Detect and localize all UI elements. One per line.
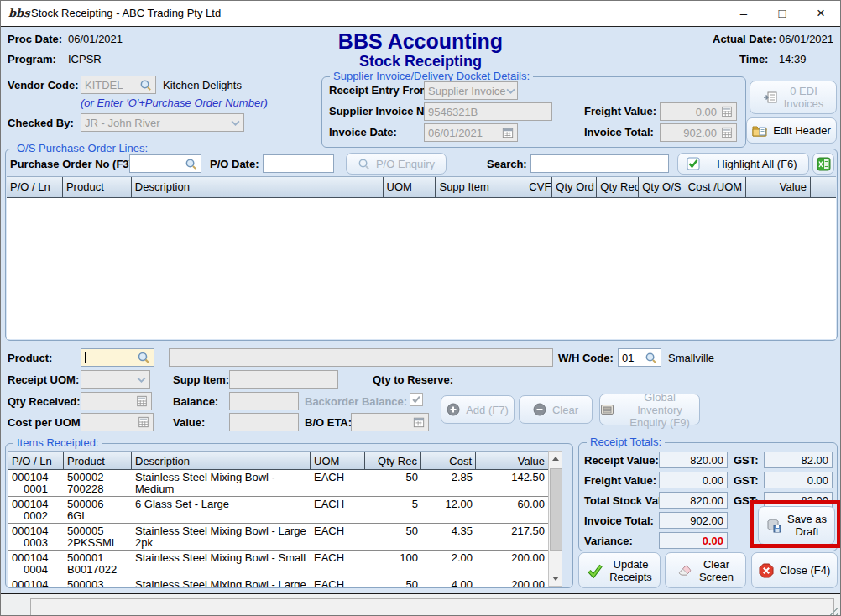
table-row[interactable]: 0001040004 500001B0017022 Stainless Stee… (8, 551, 548, 577)
cell-po: 000104 (12, 578, 48, 587)
calendar-icon[interactable] (502, 127, 514, 138)
close-window-button[interactable]: × (802, 1, 840, 25)
po-col-cost-uom[interactable]: Cost /UOM (682, 177, 746, 197)
receipt-value-label: Receipt Value: (584, 454, 659, 467)
po-col-value[interactable]: Value (746, 177, 811, 197)
items-scrollbar[interactable] (548, 451, 562, 587)
items-col-desc[interactable]: Description (132, 452, 311, 469)
bo-eta-input[interactable] (351, 413, 429, 431)
save-as-draft-button[interactable]: Save as Draft (758, 506, 835, 545)
freight-value-label: Freight Value: (584, 105, 656, 117)
add-icon (447, 403, 460, 416)
cell-uom: EACH (311, 524, 365, 550)
items-col-value[interactable]: Value (476, 452, 548, 469)
app-icon: bbs (8, 5, 25, 22)
invoice-total-input[interactable]: 902.00 (660, 123, 737, 142)
items-col-qty-rec[interactable]: Qty Rec (365, 452, 421, 469)
global-inventory-label-line2: Enquiry (F9) (629, 416, 690, 429)
invoice-date-value: 06/01/2021 (428, 127, 483, 139)
add-button[interactable]: Add (F7) (441, 395, 515, 424)
close-button[interactable]: Close (F4) (751, 552, 838, 588)
calculator-icon[interactable] (136, 395, 148, 407)
cell-product: 500002 (67, 471, 103, 483)
search-icon[interactable] (137, 351, 150, 364)
value-input[interactable] (229, 413, 299, 431)
items-table-body: 0001040001 500002700228 Stainless Steel … (8, 470, 548, 587)
supp-item-input[interactable] (229, 370, 338, 389)
table-row[interactable]: 0001040001 500002700228 Stainless Steel … (8, 470, 548, 497)
title-bar: bbs Stock Receipting - ABC Trading Pty L… (1, 1, 840, 27)
update-receipts-button[interactable]: Update Receipts (578, 552, 661, 588)
po-col-product[interactable]: Product (63, 177, 132, 197)
items-col-po-ln[interactable]: P/O / Ln (8, 452, 64, 469)
edit-header-button[interactable]: Edit Header (746, 117, 837, 144)
invoice-date-input[interactable]: 06/01/2021 (424, 123, 518, 142)
search-input[interactable] (530, 154, 669, 173)
freight-total-label: Freight Value: (584, 474, 656, 487)
balance-input[interactable] (229, 392, 299, 410)
cell-description: Stainless Steel Mixing Bowl - Medium (132, 470, 311, 496)
cell-po: 000104 (12, 525, 48, 537)
calculator-icon[interactable] (721, 106, 733, 117)
freight-value-input[interactable]: 0.00 (660, 102, 737, 121)
po-number-input[interactable] (129, 154, 201, 173)
proc-date-label: Proc Date: (8, 33, 62, 45)
receipt-entry-from-select[interactable]: Supplier Invoice (424, 81, 518, 100)
cell-value: 200.00 (476, 577, 548, 587)
cost-per-uom-input[interactable] (81, 413, 154, 431)
status-message-panel (30, 598, 834, 616)
search-icon[interactable] (185, 158, 197, 170)
clear-screen-label-line1: Clear (703, 558, 729, 571)
clear-screen-button[interactable]: Clear Screen (665, 552, 746, 588)
qty-received-input[interactable] (81, 392, 152, 410)
receipt-uom-select[interactable] (81, 370, 150, 389)
calendar-icon[interactable] (413, 416, 425, 428)
po-col-qty-rec[interactable]: Qty Rec (597, 177, 639, 197)
calculator-icon[interactable] (138, 416, 149, 428)
table-row[interactable]: 0001040002 5000066GL 6 Glass Set - Large… (8, 497, 548, 524)
po-col-qty-os[interactable]: Qty O/S (639, 177, 682, 197)
cell-product: 500003 (67, 578, 103, 587)
clear-line-button[interactable]: Clear (519, 395, 593, 424)
items-col-uom[interactable]: UOM (311, 452, 365, 469)
po-col-cvf[interactable]: CVF (525, 177, 552, 197)
scroll-up-button[interactable] (549, 452, 562, 466)
po-col-desc[interactable]: Description (132, 177, 384, 197)
items-col-product[interactable]: Product (64, 452, 132, 469)
po-col-uom[interactable]: UOM (384, 177, 436, 197)
global-inventory-label-line1: Global Inventory (637, 391, 682, 416)
maximize-button[interactable]: □ (763, 1, 802, 25)
highlight-all-button[interactable]: Highlight All (F6) (677, 153, 809, 175)
total-stock-val-field: 820.00 (659, 492, 728, 509)
edi-invoices-button[interactable]: 0 EDI Invoices (750, 81, 837, 114)
excel-export-button[interactable] (812, 153, 834, 175)
po-enquiry-button[interactable]: P/O Enquiry (346, 153, 447, 175)
global-inventory-button[interactable]: Global Inventory Enquiry (F9) (599, 394, 700, 425)
search-icon[interactable] (139, 79, 152, 91)
table-row[interactable]: 000104 500003 Stainless Steel Mixing Bow… (8, 577, 548, 587)
minimize-button[interactable]: – (724, 1, 763, 25)
supplier-invoice-no-input[interactable]: 9546321B (424, 102, 552, 121)
search-icon[interactable] (645, 352, 657, 364)
supplier-invoice-no-value: 9546321B (428, 106, 478, 118)
product-input[interactable] (81, 348, 154, 367)
calculator-icon[interactable] (721, 127, 733, 138)
scroll-down-button[interactable] (549, 572, 562, 586)
highlight-all-label: Highlight All (F6) (706, 158, 808, 170)
po-col-qty-ord[interactable]: Qty Ord (552, 177, 597, 197)
table-row[interactable]: 0001040003 5000052PKSSML Stainless Steel… (8, 524, 548, 551)
scroll-thumb[interactable] (550, 468, 562, 551)
checked-by-select[interactable]: JR - John River (81, 113, 244, 132)
wh-code-input[interactable]: 01 (618, 348, 661, 367)
backorder-balance-checkbox[interactable] (410, 393, 423, 406)
items-col-cost[interactable]: Cost (421, 452, 476, 469)
po-col-po-ln[interactable]: P/O / Ln (7, 177, 63, 197)
app-subtitle: Stock Receipting (261, 53, 580, 70)
checkbox-checked-icon (687, 157, 700, 170)
freight-value: 0.00 (696, 106, 717, 118)
vendor-code-input[interactable]: KITDEL (81, 76, 156, 94)
save-as-draft-label-line1: Save as (787, 513, 827, 525)
po-col-supp-item[interactable]: Supp Item (436, 177, 525, 197)
po-date-input[interactable] (263, 154, 334, 173)
vendor-hint: (or Enter 'O'+Purchase Order Number) (81, 97, 268, 109)
